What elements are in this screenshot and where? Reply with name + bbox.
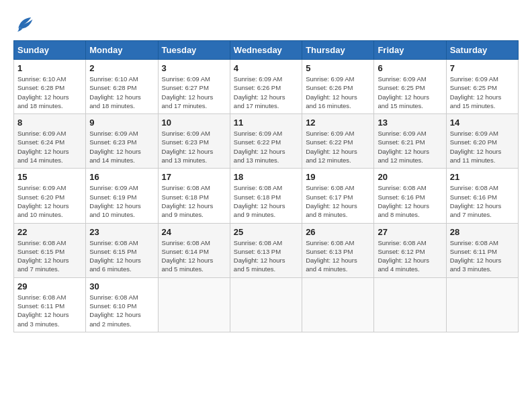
calendar-cell: 10 Sunrise: 6:09 AM Sunset: 6:23 PM Dayl…	[158, 114, 230, 169]
sunset-text: Sunset: 6:15 PM	[17, 248, 64, 255]
sunset-text: Sunset: 6:17 PM	[306, 193, 353, 201]
daylight-text: Daylight: 12 hoursand 17 minutes.	[234, 93, 285, 109]
calendar-cell	[302, 277, 374, 332]
sunrise-text: Sunrise: 6:08 AM	[89, 293, 138, 301]
daylight-text: Daylight: 12 hoursand 17 minutes.	[162, 93, 214, 109]
sunrise-text: Sunrise: 6:08 AM	[378, 184, 426, 191]
calendar-cell: 29 Sunrise: 6:08 AM Sunset: 6:11 PM Dayl…	[14, 277, 86, 332]
calendar-cell: 8 Sunrise: 6:09 AM Sunset: 6:24 PM Dayli…	[14, 114, 86, 169]
daylight-text: Daylight: 12 hoursand 12 minutes.	[378, 148, 429, 164]
daylight-text: Daylight: 12 hoursand 9 minutes.	[234, 202, 285, 218]
day-number: 8	[17, 118, 82, 128]
sunset-text: Sunset: 6:27 PM	[162, 84, 209, 91]
daylight-text: Daylight: 12 hoursand 4 minutes.	[378, 257, 429, 273]
day-number: 16	[89, 172, 154, 182]
sunset-text: Sunset: 6:23 PM	[89, 138, 136, 146]
sunset-text: Sunset: 6:23 PM	[162, 138, 209, 146]
sunrise-text: Sunrise: 6:09 AM	[17, 184, 66, 191]
col-tuesday: Tuesday	[158, 41, 230, 60]
col-monday: Monday	[86, 41, 158, 60]
daylight-text: Daylight: 12 hoursand 18 minutes.	[17, 93, 69, 109]
sunset-text: Sunset: 6:18 PM	[234, 193, 281, 201]
day-number: 2	[89, 63, 154, 73]
calendar-cell: 20 Sunrise: 6:08 AM Sunset: 6:16 PM Dayl…	[374, 169, 446, 223]
sunset-text: Sunset: 6:12 PM	[378, 248, 425, 255]
calendar-cell: 15 Sunrise: 6:09 AM Sunset: 6:20 PM Dayl…	[14, 169, 86, 223]
sunset-text: Sunset: 6:14 PM	[162, 248, 209, 255]
calendar-cell: 11 Sunrise: 6:09 AM Sunset: 6:22 PM Dayl…	[230, 114, 302, 169]
logo-icon	[13, 13, 34, 34]
daylight-text: Daylight: 12 hoursand 6 minutes.	[89, 257, 141, 273]
day-number: 25	[234, 227, 298, 237]
sunset-text: Sunset: 6:11 PM	[450, 248, 497, 255]
sunrise-text: Sunrise: 6:09 AM	[234, 130, 282, 137]
sunrise-text: Sunrise: 6:09 AM	[234, 75, 282, 83]
day-number: 21	[450, 172, 515, 182]
sunrise-text: Sunrise: 6:09 AM	[378, 130, 426, 137]
day-number: 19	[306, 172, 370, 182]
calendar-cell: 1 Sunrise: 6:10 AM Sunset: 6:28 PM Dayli…	[14, 60, 86, 114]
sunrise-text: Sunrise: 6:08 AM	[378, 239, 426, 246]
daylight-text: Daylight: 12 hoursand 5 minutes.	[162, 257, 214, 273]
daylight-text: Daylight: 12 hoursand 18 minutes.	[89, 93, 141, 109]
daylight-text: Daylight: 12 hoursand 15 minutes.	[378, 93, 429, 109]
day-number: 1	[17, 63, 82, 73]
day-number: 11	[234, 118, 298, 128]
day-number: 12	[306, 118, 370, 128]
sunset-text: Sunset: 6:22 PM	[306, 138, 353, 146]
sunrise-text: Sunrise: 6:09 AM	[162, 130, 210, 137]
sunrise-text: Sunrise: 6:09 AM	[450, 130, 498, 137]
sunset-text: Sunset: 6:16 PM	[450, 193, 497, 201]
daylight-text: Daylight: 12 hoursand 13 minutes.	[234, 148, 285, 164]
calendar-cell: 13 Sunrise: 6:09 AM Sunset: 6:21 PM Dayl…	[374, 114, 446, 169]
day-number: 26	[306, 227, 370, 237]
calendar-week-row: 1 Sunrise: 6:10 AM Sunset: 6:28 PM Dayli…	[14, 60, 519, 114]
calendar-cell: 2 Sunrise: 6:10 AM Sunset: 6:28 PM Dayli…	[86, 60, 158, 114]
daylight-text: Daylight: 12 hoursand 5 minutes.	[234, 257, 285, 273]
col-wednesday: Wednesday	[230, 41, 302, 60]
daylight-text: Daylight: 12 hoursand 7 minutes.	[17, 257, 69, 273]
day-number: 30	[89, 281, 154, 291]
day-number: 13	[378, 118, 442, 128]
calendar-cell	[446, 277, 518, 332]
sunrise-text: Sunrise: 6:08 AM	[17, 293, 66, 301]
daylight-text: Daylight: 12 hoursand 14 minutes.	[89, 148, 141, 164]
day-number: 23	[89, 227, 154, 237]
sunset-text: Sunset: 6:22 PM	[234, 138, 281, 146]
daylight-text: Daylight: 12 hoursand 3 minutes.	[450, 257, 502, 273]
sunset-text: Sunset: 6:16 PM	[378, 193, 425, 201]
sunset-text: Sunset: 6:15 PM	[89, 248, 136, 255]
sunset-text: Sunset: 6:13 PM	[306, 248, 353, 255]
daylight-text: Daylight: 12 hoursand 9 minutes.	[162, 202, 214, 218]
sunrise-text: Sunrise: 6:08 AM	[234, 239, 282, 246]
day-number: 24	[162, 227, 226, 237]
sunset-text: Sunset: 6:20 PM	[17, 193, 64, 201]
calendar-cell: 26 Sunrise: 6:08 AM Sunset: 6:13 PM Dayl…	[302, 223, 374, 277]
sunset-text: Sunset: 6:10 PM	[89, 302, 136, 310]
sunrise-text: Sunrise: 6:09 AM	[306, 130, 354, 137]
sunset-text: Sunset: 6:28 PM	[17, 84, 64, 91]
sunset-text: Sunset: 6:25 PM	[450, 84, 497, 91]
daylight-text: Daylight: 12 hoursand 8 minutes.	[306, 202, 357, 218]
calendar-cell: 14 Sunrise: 6:09 AM Sunset: 6:20 PM Dayl…	[446, 114, 518, 169]
daylight-text: Daylight: 12 hoursand 14 minutes.	[17, 148, 69, 164]
calendar-week-row: 15 Sunrise: 6:09 AM Sunset: 6:20 PM Dayl…	[14, 169, 519, 223]
daylight-text: Daylight: 12 hoursand 8 minutes.	[378, 202, 429, 218]
calendar-cell: 17 Sunrise: 6:08 AM Sunset: 6:18 PM Dayl…	[158, 169, 230, 223]
calendar-cell: 24 Sunrise: 6:08 AM Sunset: 6:14 PM Dayl…	[158, 223, 230, 277]
sunrise-text: Sunrise: 6:08 AM	[450, 184, 498, 191]
sunrise-text: Sunrise: 6:08 AM	[162, 239, 210, 246]
sunset-text: Sunset: 6:11 PM	[17, 302, 64, 310]
daylight-text: Daylight: 12 hoursand 3 minutes.	[17, 311, 69, 327]
day-number: 29	[17, 281, 82, 291]
sunset-text: Sunset: 6:13 PM	[234, 248, 281, 255]
calendar-cell: 25 Sunrise: 6:08 AM Sunset: 6:13 PM Dayl…	[230, 223, 302, 277]
day-number: 18	[234, 172, 298, 182]
day-number: 4	[234, 63, 298, 73]
calendar-cell	[158, 277, 230, 332]
col-thursday: Thursday	[302, 41, 374, 60]
sunrise-text: Sunrise: 6:09 AM	[378, 75, 426, 83]
sunrise-text: Sunrise: 6:08 AM	[306, 239, 354, 246]
sunset-text: Sunset: 6:21 PM	[378, 138, 425, 146]
logo	[13, 13, 35, 34]
